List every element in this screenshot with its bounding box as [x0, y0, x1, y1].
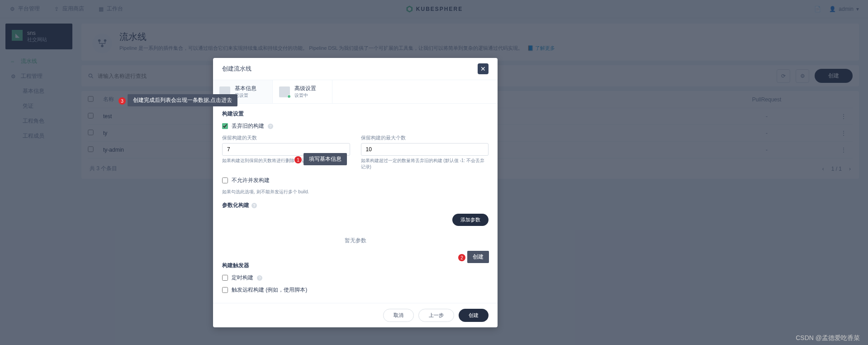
scheduled-checkbox[interactable] [222, 275, 228, 281]
add-param-button[interactable]: 添加参数 [452, 214, 489, 226]
close-icon[interactable]: ✕ [478, 63, 489, 74]
annotation-tip-1: 填写基本信息 [304, 153, 347, 165]
noconc-hint: 如果勾选此选项, 则不能并发运行多个 build. [222, 189, 489, 195]
empty-param: 暂无参数 [222, 226, 489, 255]
section-param: 参数化构建 ? [222, 201, 489, 209]
info-icon[interactable]: ? [251, 203, 257, 208]
discard-label: 丢弃旧的构建 [232, 122, 264, 130]
remote-checkbox[interactable] [222, 287, 228, 293]
tab-advanced[interactable]: 高级设置设置中 [273, 80, 332, 103]
cube-stack-icon [279, 86, 290, 97]
max-hint: 如果构建超过一定的数量将丢弃旧的构建 (默认值 -1: 不会丢弃记录) [361, 158, 489, 170]
modal-tabs: 基本信息已设置 高级设置设置中 [213, 80, 498, 104]
prev-button[interactable]: 上一步 [418, 309, 454, 322]
remote-label: 触发远程构建 (例如，使用脚本) [232, 286, 307, 294]
annotation-tip-3: 创建完成后列表会出现一条数据,点击进去 [128, 94, 237, 106]
create-pipeline-modal: 创建流水线 ✕ 基本信息已设置 高级设置设置中 构建设置 丢弃旧的构建 ? 保留… [213, 58, 498, 327]
noconcurrent-checkbox[interactable] [222, 177, 228, 183]
info-icon[interactable]: ? [257, 275, 262, 281]
max-input[interactable] [361, 143, 489, 156]
scheduled-label: 定时构建 [232, 274, 253, 282]
annotation-badge-3: 3 [119, 97, 126, 105]
noconc-label: 不允许并发构建 [232, 177, 270, 184]
max-label: 保留构建的最大个数 [361, 134, 489, 141]
discard-checkbox[interactable] [222, 123, 228, 129]
days-label: 保留构建的天数 [222, 134, 350, 141]
annotation-tip-2: 创建 [467, 251, 489, 263]
watermark: CSDN @孟德爱吃香菜 [796, 334, 860, 342]
section-build: 构建设置 [222, 110, 489, 118]
annotation-badge-2: 2 [458, 254, 465, 261]
modal-title: 创建流水线 [222, 65, 251, 73]
cancel-button[interactable]: 取消 [383, 309, 414, 322]
modal-create-button[interactable]: 创建 [459, 309, 489, 322]
annotation-badge-1: 1 [294, 156, 302, 163]
section-trigger: 构建触发器 [222, 262, 489, 269]
info-icon[interactable]: ? [268, 124, 273, 129]
